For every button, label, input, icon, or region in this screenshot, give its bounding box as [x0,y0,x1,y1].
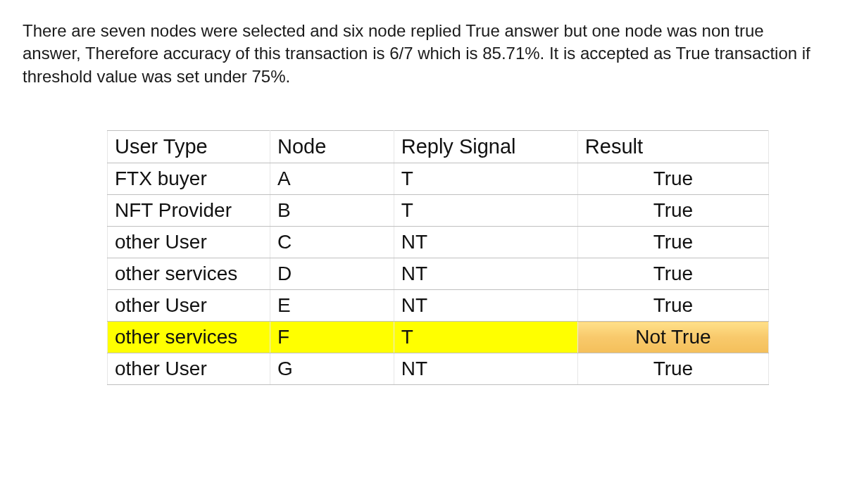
table-row: other User G NT True [108,353,769,385]
cell-user-type: other services [108,258,270,290]
cell-result: True [577,195,768,227]
cell-node: F [270,322,394,353]
col-result: Result [577,131,768,163]
table-row-highlight: other services F T Not True [108,322,769,353]
cell-user-type: FTX buyer [108,163,270,195]
cell-node: C [270,227,394,258]
cell-node: G [270,353,394,385]
cell-result-not-true: Not True [577,322,768,353]
col-reply-signal: Reply Signal [394,131,577,163]
description-paragraph: There are seven nodes were selected and … [23,20,811,88]
cell-node: A [270,163,394,195]
cell-result: True [577,227,768,258]
cell-result: True [577,353,768,385]
cell-result: True [577,163,768,195]
col-user-type: User Type [108,131,270,163]
cell-reply-signal: NT [394,353,577,385]
cell-user-type: NFT Provider [108,195,270,227]
cell-reply-signal: NT [394,227,577,258]
table-row: other services D NT True [108,258,769,290]
cell-node: E [270,290,394,322]
table-container: User Type Node Reply Signal Result FTX b… [107,130,769,385]
cell-user-type: other User [108,353,270,385]
table-header-row: User Type Node Reply Signal Result [108,131,769,163]
table-row: other User C NT True [108,227,769,258]
cell-reply-signal: NT [394,290,577,322]
document-page: There are seven nodes were selected and … [0,0,845,405]
cell-result: True [577,290,768,322]
cell-reply-signal: T [394,195,577,227]
cell-user-type: other services [108,322,270,353]
cell-result: True [577,258,768,290]
node-result-table: User Type Node Reply Signal Result FTX b… [107,130,769,385]
cell-node: B [270,195,394,227]
table-row: FTX buyer A T True [108,163,769,195]
cell-reply-signal: NT [394,258,577,290]
col-node: Node [270,131,394,163]
cell-node: D [270,258,394,290]
cell-reply-signal: T [394,163,577,195]
table-row: other User E NT True [108,290,769,322]
cell-user-type: other User [108,290,270,322]
cell-user-type: other User [108,227,270,258]
cell-reply-signal: T [394,322,577,353]
table-row: NFT Provider B T True [108,195,769,227]
